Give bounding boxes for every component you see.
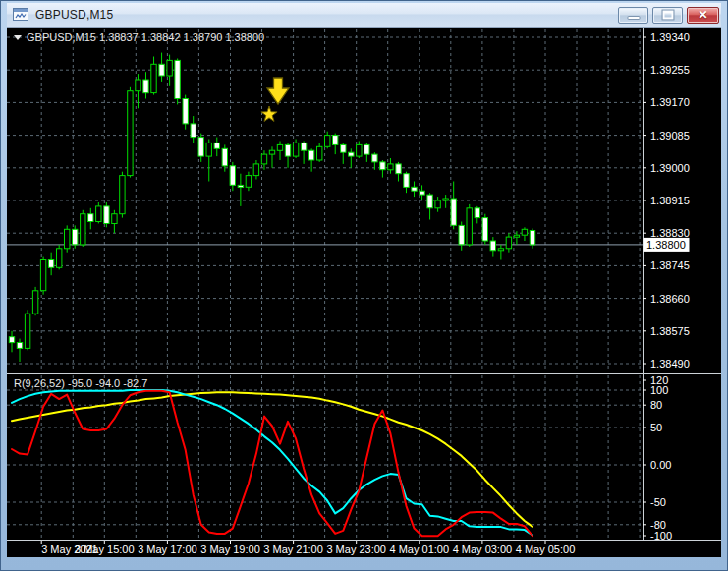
svg-text:1.38490: 1.38490: [650, 358, 690, 370]
chart-canvas[interactable]: 1.393401.392551.391701.390851.390001.389…: [7, 28, 721, 557]
titlebar[interactable]: GBPUSD,M15 ✕: [7, 3, 721, 28]
svg-text:4 May 01:00: 4 May 01:00: [390, 543, 450, 555]
svg-text:1.38660: 1.38660: [650, 293, 690, 305]
ohlc-readout: GBPUSD,M15 1.38837 1.38842 1.38790 1.388…: [14, 31, 264, 43]
indicator-readout: R(9,26,52) -95.0 -94.0 -82.7: [14, 377, 147, 389]
restore-button[interactable]: [652, 7, 683, 24]
svg-text:1.38745: 1.38745: [650, 259, 690, 271]
window-controls: ✕: [614, 7, 719, 24]
svg-text:4 May 05:00: 4 May 05:00: [516, 543, 576, 555]
svg-text:1.39085: 1.39085: [650, 130, 690, 142]
svg-text:1.39340: 1.39340: [650, 31, 690, 43]
svg-text:-80: -80: [650, 519, 666, 531]
close-icon: ✕: [688, 8, 718, 23]
svg-text:50: 50: [650, 422, 662, 433]
svg-text:1.38830: 1.38830: [650, 227, 690, 239]
restore-icon: [662, 11, 673, 20]
svg-text:80: 80: [650, 399, 662, 411]
window-title: GBPUSD,M15: [35, 8, 614, 22]
svg-text:1.38575: 1.38575: [650, 325, 690, 337]
current-price-tag: 1.38800: [644, 238, 690, 252]
svg-text:100: 100: [650, 384, 668, 396]
chart-window-icon: [13, 8, 29, 22]
svg-text:1.38915: 1.38915: [650, 195, 690, 206]
svg-text:4 May 03:00: 4 May 03:00: [453, 543, 513, 555]
svg-text:1.39000: 1.39000: [650, 162, 690, 174]
svg-text:3 May 23:00: 3 May 23:00: [326, 543, 386, 555]
svg-text:1.39255: 1.39255: [650, 64, 690, 76]
svg-text:3 May 21:00: 3 May 21:00: [263, 543, 323, 555]
svg-text:0.00: 0.00: [650, 459, 671, 471]
chart-window: GBPUSD,M15 ✕ 1.393401.392551.391701.3908…: [0, 0, 728, 571]
chart-content: 1.393401.392551.391701.390851.390001.389…: [7, 28, 721, 557]
svg-text:1.39170: 1.39170: [650, 96, 690, 108]
svg-text:3 May 15:00: 3 May 15:00: [75, 543, 135, 555]
svg-text:-100: -100: [650, 530, 672, 542]
time-axis[interactable]: 3 May 20213 May 15:003 May 17:003 May 19…: [41, 541, 575, 555]
svg-text:-50: -50: [650, 496, 666, 508]
minimize-button[interactable]: [618, 7, 648, 24]
svg-text:3 May 17:00: 3 May 17:00: [138, 543, 197, 555]
minimize-icon: [627, 16, 640, 20]
svg-text:3 May 19:00: 3 May 19:00: [200, 543, 260, 555]
close-button[interactable]: ✕: [687, 7, 719, 24]
svg-text:GBPUSD,M15 1.38837 1.38842 1.: GBPUSD,M15 1.38837 1.38842 1.38790 1.388…: [27, 31, 264, 43]
svg-text:1.38800: 1.38800: [646, 239, 686, 251]
